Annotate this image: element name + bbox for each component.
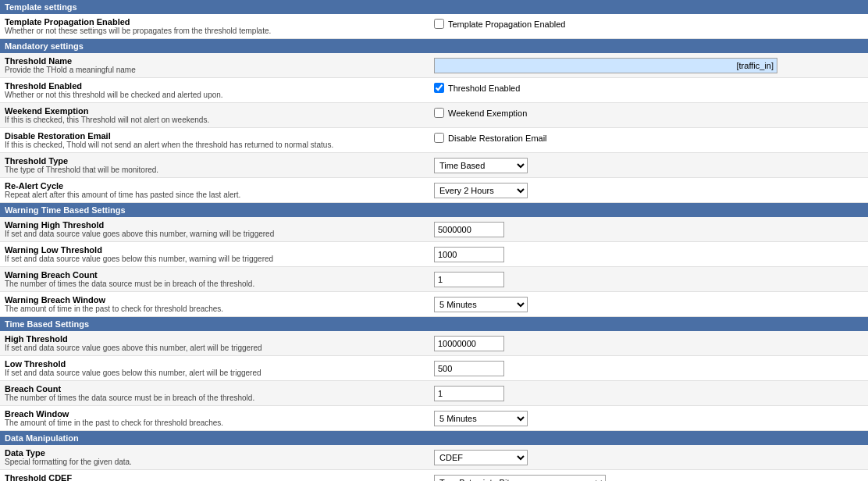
breach-count-input[interactable] <box>434 386 504 401</box>
threshold-enabled-checkbox-label: Threshold Enabled <box>448 84 520 93</box>
threshold-type-desc: The type of Threshold that will be monit… <box>5 166 426 174</box>
warning-high-threshold-label: Warning High Threshold If set and data s… <box>5 220 434 238</box>
threshold-name-row: Threshold Name Provide the THold a meani… <box>0 53 868 78</box>
threshold-type-label: Threshold Type The type of Threshold tha… <box>5 156 434 174</box>
breach-window-control: 5 Minutes 10 Minutes 15 Minutes 30 Minut… <box>434 409 863 426</box>
breach-count-title: Breach Count <box>5 384 426 394</box>
threshold-name-title: Threshold Name <box>5 56 426 66</box>
threshold-name-label: Threshold Name Provide the THold a meani… <box>5 56 434 74</box>
low-threshold-input[interactable] <box>434 361 504 376</box>
threshold-cdef-row: Threshold CDEF Apply this CDEF before re… <box>0 470 868 481</box>
data-type-control: CDEF None RPN <box>434 448 863 465</box>
threshold-name-control <box>434 56 863 73</box>
warning-breach-count-input[interactable] <box>434 272 504 287</box>
warning-breach-window-label: Warning Breach Window The amount of time… <box>5 295 434 313</box>
data-manipulation-header: Data Manipulation <box>0 431 868 445</box>
disable-restoration-desc: If this is checked, Thold will not send … <box>5 141 426 149</box>
data-type-desc: Special formatting for the given data. <box>5 458 426 466</box>
threshold-name-input[interactable] <box>434 58 777 73</box>
high-threshold-input[interactable] <box>434 336 504 351</box>
breach-window-label: Breach Window The amount of time in the … <box>5 409 434 427</box>
weekend-exemption-title: Weekend Exemption <box>5 106 426 116</box>
threshold-type-select[interactable]: Time Based High/Low Normal <box>434 158 528 173</box>
warning-low-threshold-input[interactable] <box>434 247 504 262</box>
breach-count-control <box>434 384 863 401</box>
threshold-cdef-label: Threshold CDEF Apply this CDEF before re… <box>5 473 434 481</box>
low-threshold-label: Low Threshold If set and data source val… <box>5 359 434 377</box>
warning-high-threshold-input[interactable] <box>434 222 504 237</box>
breach-count-label: Breach Count The number of times the dat… <box>5 384 434 402</box>
disable-restoration-checkbox-label: Disable Restoration Email <box>448 134 547 143</box>
template-propagation-row: Template Propagation Enabled Whether or … <box>0 14 868 39</box>
warning-low-threshold-row: Warning Low Threshold If set and data so… <box>0 242 868 267</box>
threshold-enabled-row: Threshold Enabled Whether or not this th… <box>0 78 868 103</box>
breach-window-title: Breach Window <box>5 409 426 419</box>
warning-breach-window-row: Warning Breach Window The amount of time… <box>0 292 868 317</box>
threshold-enabled-title: Threshold Enabled <box>5 81 426 91</box>
disable-restoration-title: Disable Restoration Email <box>5 131 426 141</box>
threshold-enabled-desc: Whether or not this threshold will be ch… <box>5 91 426 99</box>
low-threshold-desc: If set and data source value goes below … <box>5 369 426 377</box>
low-threshold-title: Low Threshold <box>5 359 426 369</box>
warning-high-threshold-desc: If set and data source value goes above … <box>5 230 426 238</box>
disable-restoration-control: Disable Restoration Email <box>434 131 863 143</box>
data-type-title: Data Type <box>5 448 426 458</box>
low-threshold-control <box>434 359 863 376</box>
re-alert-cycle-label: Re-Alert Cycle Repeat alert after this a… <box>5 181 434 199</box>
disable-restoration-checkbox[interactable] <box>434 133 444 143</box>
template-propagation-checkbox-label: Template Propagation Enabled <box>448 20 565 29</box>
threshold-enabled-checkbox[interactable] <box>434 83 444 93</box>
warning-breach-window-desc: The amount of time in the past to check … <box>5 305 426 313</box>
threshold-name-desc: Provide the THold a meaningful name <box>5 66 426 74</box>
warning-breach-window-control: 5 Minutes 10 Minutes 15 Minutes 30 Minut… <box>434 295 863 312</box>
breach-window-desc: The amount of time in the past to check … <box>5 419 426 427</box>
threshold-type-control: Time Based High/Low Normal <box>434 156 863 173</box>
weekend-exemption-checkbox-label: Weekend Exemption <box>448 109 527 118</box>
warning-low-threshold-title: Warning Low Threshold <box>5 245 426 255</box>
warning-breach-count-desc: The number of times the data source must… <box>5 280 426 288</box>
template-propagation-label: Template Propagation Enabled Whether or … <box>5 17 434 35</box>
weekend-exemption-control: Weekend Exemption <box>434 106 863 118</box>
threshold-enabled-control: Threshold Enabled <box>434 81 863 93</box>
warning-high-threshold-row: Warning High Threshold If set and data s… <box>0 217 868 242</box>
data-type-row: Data Type Special formatting for the giv… <box>0 445 868 470</box>
warning-low-threshold-label: Warning Low Threshold If set and data so… <box>5 245 434 263</box>
breach-window-row: Breach Window The amount of time in the … <box>0 406 868 431</box>
weekend-exemption-checkbox[interactable] <box>434 108 444 118</box>
template-propagation-checkbox[interactable] <box>434 19 444 29</box>
warning-breach-count-control <box>434 270 863 287</box>
re-alert-cycle-title: Re-Alert Cycle <box>5 181 426 191</box>
re-alert-cycle-control: Every 2 Hours Every Hour Every 30 Minute… <box>434 181 863 198</box>
warning-time-based-header: Warning Time Based Settings <box>0 203 868 217</box>
re-alert-cycle-row: Re-Alert Cycle Repeat alert after this a… <box>0 178 868 203</box>
warning-breach-window-title: Warning Breach Window <box>5 295 426 305</box>
high-threshold-label: High Threshold If set and data source va… <box>5 334 434 352</box>
high-threshold-control <box>434 334 863 351</box>
data-type-select[interactable]: CDEF None RPN <box>434 450 528 465</box>
warning-high-threshold-control <box>434 220 863 237</box>
warning-breach-count-label: Warning Breach Count The number of times… <box>5 270 434 288</box>
breach-count-row: Breach Count The number of times the dat… <box>0 381 868 406</box>
breach-window-select[interactable]: 5 Minutes 10 Minutes 15 Minutes 30 Minut… <box>434 411 528 426</box>
weekend-exemption-label: Weekend Exemption If this is checked, th… <box>5 106 434 124</box>
mandatory-settings-header: Mandatory settings <box>0 39 868 53</box>
data-type-label: Data Type Special formatting for the giv… <box>5 448 434 466</box>
low-threshold-row: Low Threshold If set and data source val… <box>0 356 868 381</box>
warning-breach-window-select[interactable]: 5 Minutes 10 Minutes 15 Minutes 30 Minut… <box>434 297 528 312</box>
template-settings-header: Template settings <box>0 0 868 14</box>
page-wrapper: Template settings Template Propagation E… <box>0 0 868 481</box>
weekend-exemption-desc: If this is checked, this Threshold will … <box>5 116 426 124</box>
threshold-cdef-select[interactable]: Turn Bytes into Bits None Total Bits <box>434 475 606 481</box>
disable-restoration-label: Disable Restoration Email If this is che… <box>5 131 434 149</box>
template-propagation-title: Template Propagation Enabled <box>5 17 426 27</box>
high-threshold-desc: If set and data source value goes above … <box>5 344 426 352</box>
template-propagation-control: Template Propagation Enabled <box>434 17 863 29</box>
threshold-cdef-title: Threshold CDEF <box>5 473 426 481</box>
high-threshold-row: High Threshold If set and data source va… <box>0 331 868 356</box>
breach-count-desc: The number of times the data source must… <box>5 394 426 402</box>
re-alert-cycle-select[interactable]: Every 2 Hours Every Hour Every 30 Minute… <box>434 183 528 198</box>
high-threshold-title: High Threshold <box>5 334 426 344</box>
disable-restoration-row: Disable Restoration Email If this is che… <box>0 128 868 153</box>
re-alert-cycle-desc: Repeat alert after this amount of time h… <box>5 191 426 199</box>
warning-low-threshold-control <box>434 245 863 262</box>
